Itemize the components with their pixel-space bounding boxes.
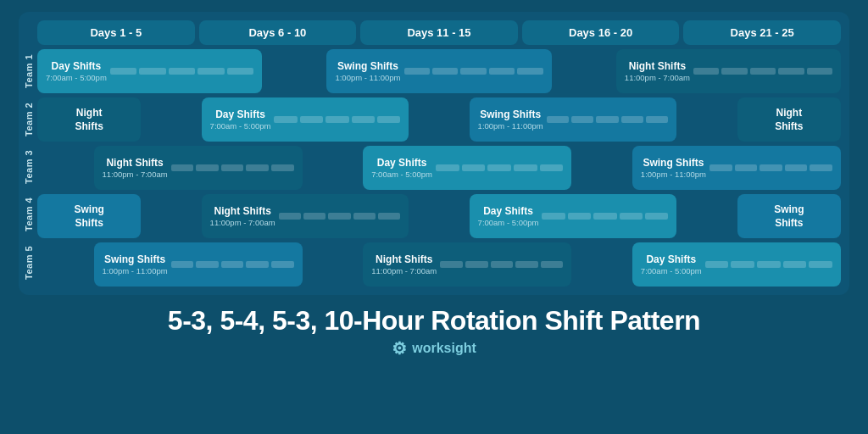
col-header-5: Days 21 - 25 [683, 20, 841, 45]
cell-t4-swing-end: Swing Shifts [737, 194, 841, 238]
cell-t1-night: Night Shifts 11:00pm - 7:00am [616, 49, 841, 93]
cell-t5-gap1 [37, 242, 90, 287]
cell-t1-gap2 [556, 49, 612, 93]
cell-t2-night-start: Night Shifts [37, 97, 141, 142]
team-label-3: Team 3 [24, 145, 34, 189]
cell-t5-swing: Swing Shifts 1:00pm - 11:00pm [94, 242, 303, 287]
brand-name: worksight [412, 341, 476, 356]
team-row-5: Swing Shifts 1:00pm - 11:00pm Ni [37, 242, 841, 287]
col-header-4: Days 16 - 20 [522, 20, 680, 45]
team-label-1: Team 1 [24, 49, 34, 93]
cell-t4-gap1 [145, 194, 197, 238]
brand: ⚙ worksight [392, 338, 476, 359]
team-row-2: Night Shifts Day Shifts 7:00am - 5:00pm [37, 97, 841, 142]
cell-t2-gap2 [413, 97, 465, 142]
cell-t5-night: Night Shifts 11:00pm - 7:00am [363, 242, 571, 287]
col-header-1: Days 1 - 5 [37, 20, 195, 45]
cell-t2-night-end: Night Shifts [737, 97, 841, 142]
cell-t4-night: Night Shifts 11:00pm - 7:00am [202, 194, 409, 238]
footer: 5-3, 5-4, 5-3, 10-Hour Rotation Shift Pa… [168, 305, 700, 359]
cell-t1-swing: Swing Shifts 1:00pm - 11:00pm [326, 49, 551, 93]
team-label-2: Team 2 [24, 97, 34, 142]
cell-t1-gap1 [266, 49, 322, 93]
team-labels: Team 1 Team 2 Team 3 Team 4 Team 5 [24, 20, 37, 287]
brand-logo-icon: ⚙ [392, 338, 407, 359]
main-container: Team 1 Team 2 Team 3 Team 4 Team 5 Days … [19, 12, 849, 359]
team-label-5: Team 5 [24, 241, 34, 285]
cell-t2-swing: Swing Shifts 1:00pm - 11:00pm [470, 97, 677, 142]
cell-t4-day: Day Shifts 7:00am - 5:00pm [470, 194, 677, 238]
cell-t5-gap3 [576, 242, 628, 287]
cell-t3-gap3 [576, 146, 628, 190]
team-row-3: Night Shifts 11:00pm - 7:00am Da [37, 146, 841, 190]
cell-t1-day: Day Shifts 7:00am - 5:00pm [37, 49, 262, 93]
schedule-wrapper: Team 1 Team 2 Team 3 Team 4 Team 5 Days … [19, 12, 849, 295]
col-headers: Days 1 - 5 Days 6 - 10 Days 11 - 15 Days… [37, 20, 841, 45]
col-header-3: Days 11 - 15 [360, 20, 518, 45]
col-header-2: Days 6 - 10 [199, 20, 357, 45]
cell-t3-swing: Swing Shifts 1:00pm - 11:00pm [632, 146, 841, 190]
cell-t4-gap3 [681, 194, 732, 238]
footer-title: 5-3, 5-4, 5-3, 10-Hour Rotation Shift Pa… [168, 305, 700, 337]
grid-area: Days 1 - 5 Days 6 - 10 Days 11 - 15 Days… [37, 20, 841, 287]
cell-t4-swing-start: Swing Shifts [37, 194, 141, 238]
cell-t5-day: Day Shifts 7:00am - 5:00pm [632, 242, 841, 287]
cell-t3-night: Night Shifts 11:00pm - 7:00am [94, 146, 303, 190]
team-rows: Day Shifts 7:00am - 5:00pm [37, 49, 841, 287]
cell-t2-gap3 [681, 97, 732, 142]
cell-t3-day: Day Shifts 7:00am - 5:00pm [363, 146, 571, 190]
cell-t3-gap1 [37, 146, 90, 190]
team-row-1: Day Shifts 7:00am - 5:00pm [37, 49, 841, 93]
cell-t2-gap1 [145, 97, 197, 142]
cell-t5-gap2 [307, 242, 359, 287]
cell-t3-gap2 [307, 146, 359, 190]
cell-t4-gap2 [413, 194, 465, 238]
cell-t2-day: Day Shifts 7:00am - 5:00pm [202, 97, 409, 142]
team-row-4: Swing Shifts Night Shifts 11:00pm - 7:00… [37, 194, 841, 238]
team-label-4: Team 4 [24, 192, 34, 236]
